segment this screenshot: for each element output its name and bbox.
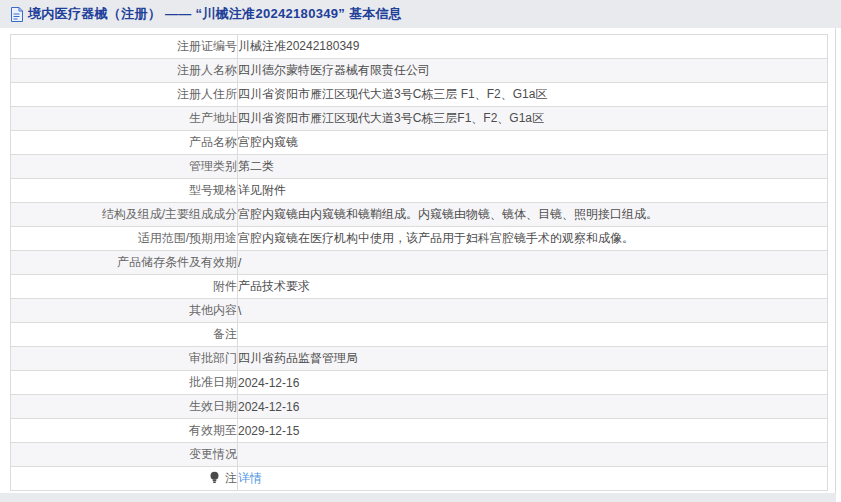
row-label-text: 变更情况 xyxy=(189,447,237,461)
row-value: 川械注准20242180349 xyxy=(238,35,828,59)
row-label: 注册证编号 xyxy=(11,35,238,59)
row-label-text: 产品储存条件及有效期 xyxy=(117,255,237,269)
row-label-text: 备注 xyxy=(213,327,237,341)
row-label-text: 其他内容 xyxy=(189,303,237,317)
table-row: 变更情况 xyxy=(11,443,828,467)
page-title: 境内医疗器械（注册） —— “川械注准20242180349” 基本信息 xyxy=(28,5,402,23)
table-row: 产品名称 宫腔内窥镜 xyxy=(11,131,828,155)
row-value-text: 宫腔内窥镜在医疗机构中使用，该产品用于妇科宫腔镜手术的观察和成像。 xyxy=(238,231,634,245)
row-value: 产品技术要求 xyxy=(238,275,828,299)
row-label: 产品名称 xyxy=(11,131,238,155)
row-value: 四川省资阳市雁江区现代大道3号C栋三层F1、F2、G1a区 xyxy=(238,107,828,131)
row-label-text: 审批部门 xyxy=(189,351,237,365)
row-label: 管理类别 xyxy=(11,155,238,179)
row-value: 宫腔内窥镜 xyxy=(238,131,828,155)
row-value-text: 宫腔内窥镜 xyxy=(238,135,298,149)
row-value-text: 2024-12-16 xyxy=(238,376,299,390)
row-value-text: 川械注准20242180349 xyxy=(238,39,359,53)
table-row: 管理类别 第二类 xyxy=(11,155,828,179)
row-label: 附件 xyxy=(11,275,238,299)
table-row: 适用范围/预期用途 宫腔内窥镜在医疗机构中使用，该产品用于妇科宫腔镜手术的观察和… xyxy=(11,227,828,251)
row-label: 结构及组成/主要组成成分 xyxy=(11,203,238,227)
row-label-text: 适用范围/预期用途 xyxy=(138,231,237,245)
row-label-text: 注册人名称 xyxy=(177,63,237,77)
row-label: 有效期至 xyxy=(11,419,238,443)
lightbulb-icon xyxy=(209,471,220,484)
row-value xyxy=(238,323,828,347)
row-label: 生产地址 xyxy=(11,107,238,131)
row-value: 详见附件 xyxy=(238,179,828,203)
row-label: 型号规格 xyxy=(11,179,238,203)
row-value-text: 2024-12-16 xyxy=(238,400,299,414)
row-label-text: 生产地址 xyxy=(189,111,237,125)
row-value: 四川德尔蒙特医疗器械有限责任公司 xyxy=(238,59,828,83)
row-value: 2024-12-16 xyxy=(238,371,828,395)
row-value-text: 四川省资阳市雁江区现代大道3号C栋三层 F1、F2、G1a区 xyxy=(238,87,547,101)
table-row: 审批部门 四川省药品监督管理局 xyxy=(11,347,828,371)
table-row: 其他内容 \ xyxy=(11,299,828,323)
row-value-text: 宫腔内窥镜由内窥镜和镜鞘组成。内窥镜由物镜、镜体、目镜、照明接口组成。 xyxy=(238,207,658,221)
row-label-text: 附件 xyxy=(213,279,237,293)
table-row: 生产地址 四川省资阳市雁江区现代大道3号C栋三层F1、F2、G1a区 xyxy=(11,107,828,131)
row-label-text: 管理类别 xyxy=(189,159,237,173)
row-value: / xyxy=(238,251,828,275)
row-value: 四川省药品监督管理局 xyxy=(238,347,828,371)
row-value xyxy=(238,443,828,467)
row-value: 四川省资阳市雁江区现代大道3号C栋三层 F1、F2、G1a区 xyxy=(238,83,828,107)
row-value: 宫腔内窥镜在医疗机构中使用，该产品用于妇科宫腔镜手术的观察和成像。 xyxy=(238,227,828,251)
row-label-text: 有效期至 xyxy=(189,423,237,437)
row-label-text: 结构及组成/主要组成成分 xyxy=(102,207,237,221)
info-table: 注册证编号 川械注准20242180349 注册人名称 四川德尔蒙特医疗器械有限… xyxy=(10,34,828,491)
row-value-text: 详见附件 xyxy=(238,183,286,197)
row-value: \ xyxy=(238,299,828,323)
row-value: 第二类 xyxy=(238,155,828,179)
table-row: 备注 xyxy=(11,323,828,347)
table-row: 产品储存条件及有效期 / xyxy=(11,251,828,275)
table-row: 有效期至 2029-12-15 xyxy=(11,419,828,443)
row-value-text: \ xyxy=(238,304,241,318)
row-value: 详情 xyxy=(238,467,828,491)
document-icon xyxy=(10,7,23,22)
content-panel: 注册证编号 川械注准20242180349 注册人名称 四川德尔蒙特医疗器械有限… xyxy=(0,28,836,493)
row-label: 变更情况 xyxy=(11,443,238,467)
row-label: 其他内容 xyxy=(11,299,238,323)
row-value-text: 四川省药品监督管理局 xyxy=(238,351,358,365)
row-label-text: 批准日期 xyxy=(189,375,237,389)
row-label: 适用范围/预期用途 xyxy=(11,227,238,251)
row-value-text: 产品技术要求 xyxy=(238,279,310,293)
row-label-text: 生效日期 xyxy=(189,399,237,413)
table-row: 注 详情 xyxy=(11,467,828,491)
row-value-text: 四川省资阳市雁江区现代大道3号C栋三层F1、F2、G1a区 xyxy=(238,111,544,125)
table-row: 注册人住所 四川省资阳市雁江区现代大道3号C栋三层 F1、F2、G1a区 xyxy=(11,83,828,107)
row-label: 产品储存条件及有效期 xyxy=(11,251,238,275)
row-label-text: 产品名称 xyxy=(189,135,237,149)
detail-link[interactable]: 详情 xyxy=(238,471,262,485)
row-label: 注 xyxy=(11,467,238,491)
row-label: 审批部门 xyxy=(11,347,238,371)
table-row: 批准日期 2024-12-16 xyxy=(11,371,828,395)
row-label-text: 注册人住所 xyxy=(177,87,237,101)
row-label: 生效日期 xyxy=(11,395,238,419)
row-value-text: 第二类 xyxy=(238,159,274,173)
row-value-text: / xyxy=(238,256,241,270)
row-label: 备注 xyxy=(11,323,238,347)
table-row: 结构及组成/主要组成成分 宫腔内窥镜由内窥镜和镜鞘组成。内窥镜由物镜、镜体、目镜… xyxy=(11,203,828,227)
row-value: 2029-12-15 xyxy=(238,419,828,443)
row-label-text: 注册证编号 xyxy=(177,39,237,53)
table-row: 生效日期 2024-12-16 xyxy=(11,395,828,419)
table-row: 注册人名称 四川德尔蒙特医疗器械有限责任公司 xyxy=(11,59,828,83)
row-value: 宫腔内窥镜由内窥镜和镜鞘组成。内窥镜由物镜、镜体、目镜、照明接口组成。 xyxy=(238,203,828,227)
info-table-body: 注册证编号 川械注准20242180349 注册人名称 四川德尔蒙特医疗器械有限… xyxy=(11,35,828,491)
row-label: 注册人名称 xyxy=(11,59,238,83)
row-label: 注册人住所 xyxy=(11,83,238,107)
table-row: 注册证编号 川械注准20242180349 xyxy=(11,35,828,59)
table-row: 型号规格 详见附件 xyxy=(11,179,828,203)
row-value-text: 2029-12-15 xyxy=(238,424,299,438)
row-label-text: 注 xyxy=(225,471,237,485)
row-label-text: 型号规格 xyxy=(189,183,237,197)
row-value-text: 四川德尔蒙特医疗器械有限责任公司 xyxy=(238,63,430,77)
footer-strip xyxy=(0,493,836,502)
page-header: 境内医疗器械（注册） —— “川械注准20242180349” 基本信息 xyxy=(0,0,841,28)
table-row: 附件 产品技术要求 xyxy=(11,275,828,299)
row-label: 批准日期 xyxy=(11,371,238,395)
